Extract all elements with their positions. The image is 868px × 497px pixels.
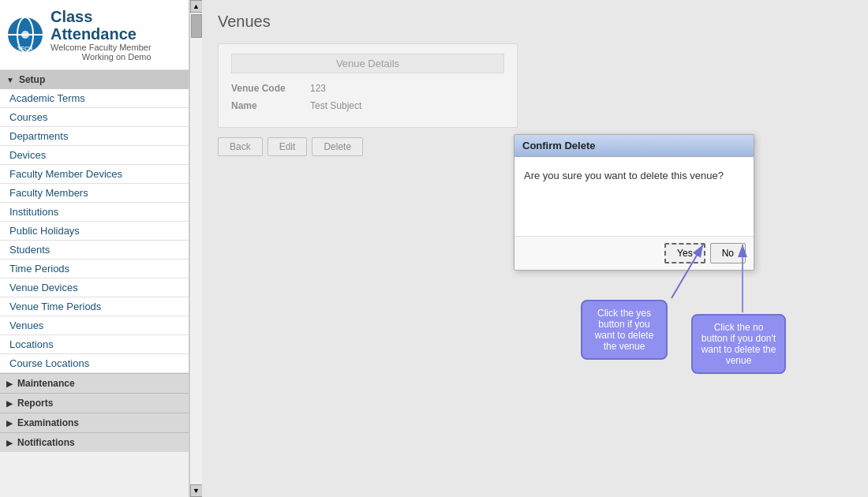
dialog-footer: Yes No bbox=[514, 236, 754, 270]
working-on-text: Working on Demo bbox=[51, 52, 152, 62]
nav-item-locations[interactable]: Locations bbox=[0, 335, 189, 354]
venue-name-value: Test Subject bbox=[310, 100, 361, 111]
nav-item-academic-terms[interactable]: Academic Terms bbox=[0, 89, 189, 108]
yes-tooltip-text: Click the yes button if you want to dele… bbox=[595, 308, 654, 352]
confirm-delete-dialog: Confirm Delete Are you sure you want to … bbox=[514, 134, 754, 271]
main-content: Venues Venue Details Venue Code 123 Name… bbox=[202, 0, 868, 497]
app-header: TECH ClassAttendance Welcome Faculty Mem… bbox=[0, 0, 189, 70]
venue-name-label: Name bbox=[231, 100, 310, 111]
nav-item-venue-devices[interactable]: Venue Devices bbox=[0, 278, 189, 297]
venue-code-row: Venue Code 123 bbox=[231, 83, 504, 94]
venue-name-row: Name Test Subject bbox=[231, 100, 504, 111]
nav-item-departments[interactable]: Departments bbox=[0, 127, 189, 146]
confirm-yes-button[interactable]: Yes bbox=[664, 243, 705, 263]
venue-card-title: Venue Details bbox=[231, 54, 504, 73]
maintenance-arrow-icon: ▶ bbox=[6, 379, 13, 388]
notifications-arrow-icon: ▶ bbox=[6, 439, 13, 447]
scrollbar-thumb[interactable] bbox=[191, 14, 202, 38]
nav-item-course-locations[interactable]: Course Locations bbox=[0, 354, 189, 373]
dialog-title: Confirm Delete bbox=[514, 135, 754, 157]
app-name: ClassAttendance bbox=[51, 8, 152, 43]
nav-item-courses[interactable]: Courses bbox=[0, 108, 189, 127]
page-title: Venues bbox=[218, 13, 852, 31]
reports-arrow-icon: ▶ bbox=[6, 399, 13, 408]
reports-label: Reports bbox=[17, 398, 53, 409]
scrollbar-track-area[interactable] bbox=[190, 13, 202, 484]
app-title: ClassAttendance Welcome Faculty Member W… bbox=[51, 8, 152, 62]
setup-section-header[interactable]: ▼ Setup bbox=[0, 70, 189, 89]
notifications-label: Notifications bbox=[17, 437, 75, 448]
examinations-label: Examinations bbox=[17, 417, 79, 428]
back-button[interactable]: Back bbox=[218, 137, 263, 156]
nav-item-time-periods[interactable]: Time Periods bbox=[0, 260, 189, 278]
scrollbar[interactable]: ▲ ▼ bbox=[189, 0, 202, 497]
maintenance-label: Maintenance bbox=[17, 378, 75, 389]
nav-item-venue-time-periods[interactable]: Venue Time Periods bbox=[0, 297, 189, 316]
yes-tooltip: Click the yes button if you want to dele… bbox=[581, 300, 668, 360]
svg-point-3 bbox=[21, 31, 29, 39]
nav-item-public-holidays[interactable]: Public Holidays bbox=[0, 222, 189, 241]
nav-item-faculty-members[interactable]: Faculty Members bbox=[0, 184, 189, 203]
examinations-section-header[interactable]: ▶ Examinations bbox=[0, 413, 189, 432]
nav-item-institutions[interactable]: Institutions bbox=[0, 203, 189, 222]
sidebar-nav: ▼ Setup Academic Terms Courses Departmen… bbox=[0, 70, 189, 497]
no-tooltip-text: Click the no button if you don't want to… bbox=[702, 322, 776, 366]
venue-code-label: Venue Code bbox=[231, 83, 310, 94]
setup-label: Setup bbox=[19, 74, 45, 85]
scroll-down-button[interactable]: ▼ bbox=[190, 484, 203, 497]
svg-text:TECH: TECH bbox=[17, 46, 32, 51]
maintenance-section-header[interactable]: ▶ Maintenance bbox=[0, 373, 189, 393]
nav-item-venues[interactable]: Venues bbox=[0, 316, 189, 335]
confirm-no-button[interactable]: No bbox=[710, 243, 746, 263]
examinations-arrow-icon: ▶ bbox=[6, 419, 13, 428]
dialog-message: Are you sure you want to delete this ven… bbox=[514, 157, 754, 236]
edit-button[interactable]: Edit bbox=[268, 137, 308, 156]
welcome-text: Welcome Faculty Member bbox=[51, 43, 152, 52]
no-tooltip: Click the no button if you don't want to… bbox=[691, 314, 786, 374]
sidebar: TECH ClassAttendance Welcome Faculty Mem… bbox=[0, 0, 189, 497]
scroll-up-button[interactable]: ▲ bbox=[190, 0, 203, 13]
nav-item-students[interactable]: Students bbox=[0, 241, 189, 260]
venue-code-value: 123 bbox=[310, 83, 326, 94]
nav-item-faculty-member-devices[interactable]: Faculty Member Devices bbox=[0, 165, 189, 184]
venue-card: Venue Details Venue Code 123 Name Test S… bbox=[218, 43, 518, 128]
delete-button[interactable]: Delete bbox=[312, 137, 363, 156]
reports-section-header[interactable]: ▶ Reports bbox=[0, 393, 189, 413]
nav-item-devices[interactable]: Devices bbox=[0, 146, 189, 165]
app-logo: TECH bbox=[6, 16, 44, 54]
notifications-section-header[interactable]: ▶ Notifications bbox=[0, 432, 189, 452]
setup-arrow-icon: ▼ bbox=[6, 76, 14, 84]
